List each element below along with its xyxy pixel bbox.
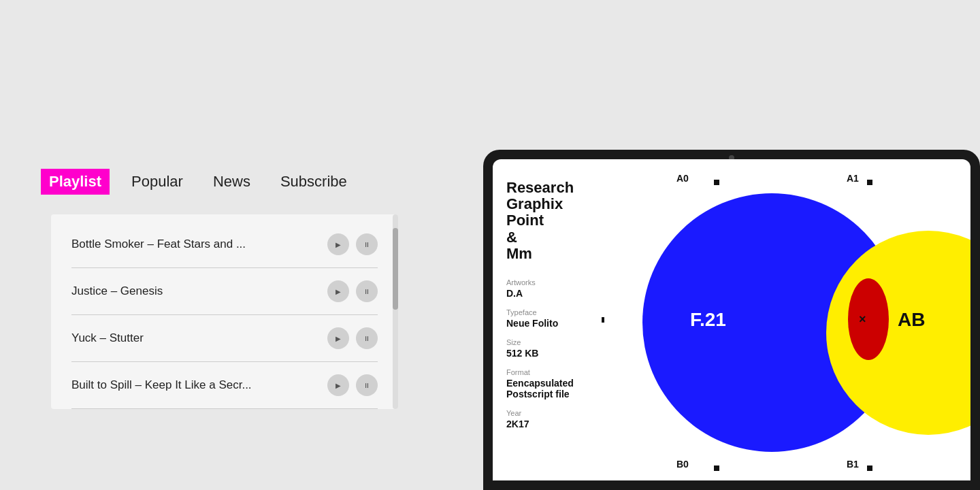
device-mockup: ResearchGraphixPoint&Mm Artworks D.A Typ… bbox=[483, 150, 980, 490]
list-item: Built to Spill – Keep It Like a Secr... … bbox=[51, 362, 398, 396]
ab-label: AB bbox=[898, 309, 925, 331]
pause-button[interactable]: ⏸ bbox=[356, 327, 378, 349]
list-item: Yuck – Stutter ▶ ⏸ bbox=[51, 315, 398, 349]
item-controls: ▶ ⏸ bbox=[327, 327, 378, 349]
track-title: Yuck – Stutter bbox=[71, 331, 316, 345]
item-divider bbox=[71, 408, 378, 409]
grid-dot-left bbox=[602, 317, 604, 323]
artworks-value: D.A bbox=[506, 288, 588, 299]
format-label: Format bbox=[506, 368, 588, 376]
play-button[interactable]: ▶ bbox=[327, 374, 349, 396]
font-name: ResearchGraphixPoint&Mm bbox=[506, 180, 588, 262]
format-value: EencapsulatedPostscript file bbox=[506, 378, 588, 399]
play-button[interactable]: ▶ bbox=[327, 327, 349, 349]
pause-button[interactable]: ⏸ bbox=[356, 374, 378, 396]
list-item: Justice – Genesis ▶ ⏸ bbox=[51, 268, 398, 302]
scrollbar-track[interactable] bbox=[393, 214, 398, 409]
grid-label-a1: A1 bbox=[847, 173, 859, 184]
grid-dot-b0 bbox=[714, 466, 719, 471]
list-item: Bottle Smoker – Feat Stars and ... ▶ ⏸ bbox=[51, 221, 398, 255]
item-controls: ▶ ⏸ bbox=[327, 374, 378, 396]
device-screen: ResearchGraphixPoint&Mm Artworks D.A Typ… bbox=[493, 159, 970, 480]
size-value: 512 KB bbox=[506, 348, 588, 359]
tab-popular[interactable]: Popular bbox=[123, 169, 191, 195]
pause-button[interactable]: ⏸ bbox=[356, 233, 378, 255]
grid-label-b0: B0 bbox=[676, 459, 689, 470]
grid-dot-b1 bbox=[867, 466, 872, 471]
playlist-card: Bottle Smoker – Feat Stars and ... ▶ ⏸ J… bbox=[51, 214, 398, 409]
pause-button[interactable]: ⏸ bbox=[356, 280, 378, 302]
grid-label-a0: A0 bbox=[676, 173, 689, 184]
device-frame: ResearchGraphixPoint&Mm Artworks D.A Typ… bbox=[483, 150, 980, 490]
year-value: 2K17 bbox=[506, 419, 588, 429]
track-title: Justice – Genesis bbox=[71, 284, 316, 298]
artworks-label: Artworks bbox=[506, 278, 588, 287]
grid-dot-a0 bbox=[714, 180, 719, 185]
grid-dot-a1 bbox=[867, 180, 872, 185]
left-panel: Playlist Popular News Subscribe Bottle S… bbox=[0, 0, 429, 490]
item-controls: ▶ ⏸ bbox=[327, 280, 378, 302]
x-label: × bbox=[859, 312, 866, 327]
tab-subscribe[interactable]: Subscribe bbox=[272, 169, 355, 195]
nav-tabs: Playlist Popular News Subscribe bbox=[41, 169, 355, 195]
info-column: ResearchGraphixPoint&Mm Artworks D.A Typ… bbox=[493, 159, 602, 480]
typeface-label: Typeface bbox=[506, 308, 588, 316]
tab-playlist[interactable]: Playlist bbox=[41, 169, 110, 195]
grid-area: A0 A1 B0 B1 F.21 × AB bbox=[602, 159, 970, 480]
item-controls: ▶ ⏸ bbox=[327, 233, 378, 255]
track-title: Bottle Smoker – Feat Stars and ... bbox=[71, 238, 316, 251]
track-title: Built to Spill – Keep It Like a Secr... bbox=[71, 378, 316, 392]
tab-news[interactable]: News bbox=[205, 169, 259, 195]
scrollbar-thumb[interactable] bbox=[393, 228, 398, 310]
play-button[interactable]: ▶ bbox=[327, 280, 349, 302]
grid-label-b1: B1 bbox=[847, 459, 859, 470]
typeface-value: Neue Folito bbox=[506, 318, 588, 329]
circle-overlap bbox=[848, 278, 889, 360]
year-label: Year bbox=[506, 409, 588, 417]
play-button[interactable]: ▶ bbox=[327, 233, 349, 255]
center-label: F.21 bbox=[690, 309, 726, 331]
size-label: Size bbox=[506, 338, 588, 346]
